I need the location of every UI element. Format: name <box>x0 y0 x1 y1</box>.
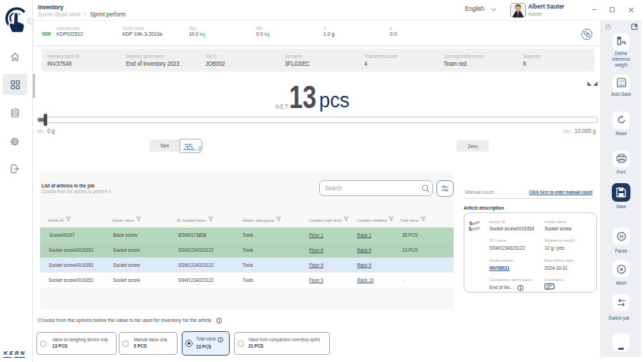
svg-text:?: ? <box>608 25 610 29</box>
svg-text:OPT: OPT <box>619 160 623 162</box>
svg-text:456: 456 <box>619 83 625 87</box>
